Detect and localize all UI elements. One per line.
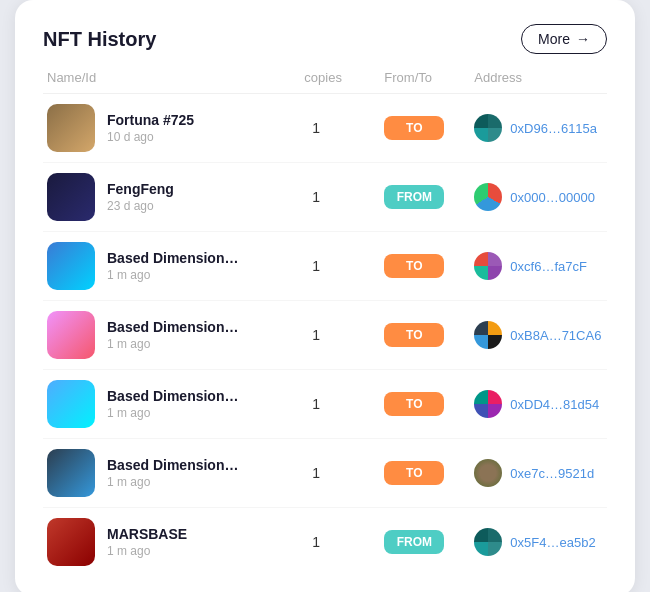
col-address: Address [474,70,603,85]
address-icon [474,390,502,418]
nft-history-card: NFT History More → Name/Id copies From/T… [15,0,635,592]
nft-name: Based Dimension… [107,250,238,266]
direction-badge: TO [384,392,444,416]
table-row: MARSBASE 1 m ago 1 FROM 0x5F4…ea5b2 [43,508,607,576]
copies-value: 1 [304,534,384,550]
nft-thumbnail [47,380,95,428]
table-row: Based Dimension… 1 m ago 1 TO 0xB8A…71CA… [43,301,607,370]
copies-value: 1 [304,396,384,412]
address-cell: 0xe7c…9521d [474,459,603,487]
copies-value: 1 [304,327,384,343]
nft-name: Based Dimension… [107,319,238,335]
direction-cell: TO [384,323,474,347]
address-text: 0xcf6…fa7cF [510,259,587,274]
nft-time: 1 m ago [107,544,187,558]
address-text: 0x5F4…ea5b2 [510,535,595,550]
address-icon [474,183,502,211]
copies-value: 1 [304,120,384,136]
nft-name: FengFeng [107,181,174,197]
copies-value: 1 [304,189,384,205]
arrow-icon: → [576,31,590,47]
direction-cell: FROM [384,530,474,554]
nft-name: Based Dimension… [107,457,238,473]
address-cell: 0x000…00000 [474,183,603,211]
nft-info: Based Dimension… 1 m ago [47,242,304,290]
address-icon [474,114,502,142]
nft-thumbnail [47,173,95,221]
direction-badge: TO [384,254,444,278]
address-text: 0xe7c…9521d [510,466,594,481]
address-icon [474,528,502,556]
table-body: Fortuna #725 10 d ago 1 TO 0xD96…6115a F… [43,94,607,576]
address-cell: 0xB8A…71CA6 [474,321,603,349]
direction-cell: TO [384,461,474,485]
col-name: Name/Id [47,70,304,85]
card-header: NFT History More → [43,24,607,54]
table-row: Based Dimension… 1 m ago 1 TO 0xDD4…81d5… [43,370,607,439]
copies-value: 1 [304,465,384,481]
page-title: NFT History [43,28,156,51]
direction-cell: TO [384,254,474,278]
direction-cell: TO [384,392,474,416]
nft-thumbnail [47,518,95,566]
nft-info: FengFeng 23 d ago [47,173,304,221]
address-cell: 0xcf6…fa7cF [474,252,603,280]
nft-time: 23 d ago [107,199,174,213]
nft-info: Fortuna #725 10 d ago [47,104,304,152]
nft-time: 1 m ago [107,475,238,489]
direction-badge: TO [384,116,444,140]
nft-info: Based Dimension… 1 m ago [47,380,304,428]
nft-time: 10 d ago [107,130,194,144]
address-cell: 0x5F4…ea5b2 [474,528,603,556]
nft-thumbnail [47,104,95,152]
table-header: Name/Id copies From/To Address [43,70,607,94]
nft-name: MARSBASE [107,526,187,542]
direction-badge: FROM [384,530,444,554]
table-row: Fortuna #725 10 d ago 1 TO 0xD96…6115a [43,94,607,163]
direction-cell: FROM [384,185,474,209]
address-text: 0xDD4…81d54 [510,397,599,412]
table-row: Based Dimension… 1 m ago 1 TO 0xcf6…fa7c… [43,232,607,301]
address-cell: 0xDD4…81d54 [474,390,603,418]
col-copies: copies [304,70,384,85]
more-button[interactable]: More → [521,24,607,54]
address-icon [474,459,502,487]
nft-thumbnail [47,449,95,497]
col-from-to: From/To [384,70,474,85]
nft-name: Based Dimension… [107,388,238,404]
nft-time: 1 m ago [107,268,238,282]
address-text: 0xD96…6115a [510,121,597,136]
direction-badge: TO [384,461,444,485]
address-icon [474,252,502,280]
nft-name: Fortuna #725 [107,112,194,128]
nft-info: MARSBASE 1 m ago [47,518,304,566]
nft-thumbnail [47,242,95,290]
address-text: 0xB8A…71CA6 [510,328,601,343]
nft-time: 1 m ago [107,406,238,420]
nft-time: 1 m ago [107,337,238,351]
address-icon [474,321,502,349]
direction-badge: TO [384,323,444,347]
direction-cell: TO [384,116,474,140]
direction-badge: FROM [384,185,444,209]
copies-value: 1 [304,258,384,274]
table-row: Based Dimension… 1 m ago 1 TO 0xe7c…9521… [43,439,607,508]
table-row: FengFeng 23 d ago 1 FROM 0x000…00000 [43,163,607,232]
address-text: 0x000…00000 [510,190,595,205]
nft-info: Based Dimension… 1 m ago [47,311,304,359]
nft-info: Based Dimension… 1 m ago [47,449,304,497]
nft-thumbnail [47,311,95,359]
address-cell: 0xD96…6115a [474,114,603,142]
